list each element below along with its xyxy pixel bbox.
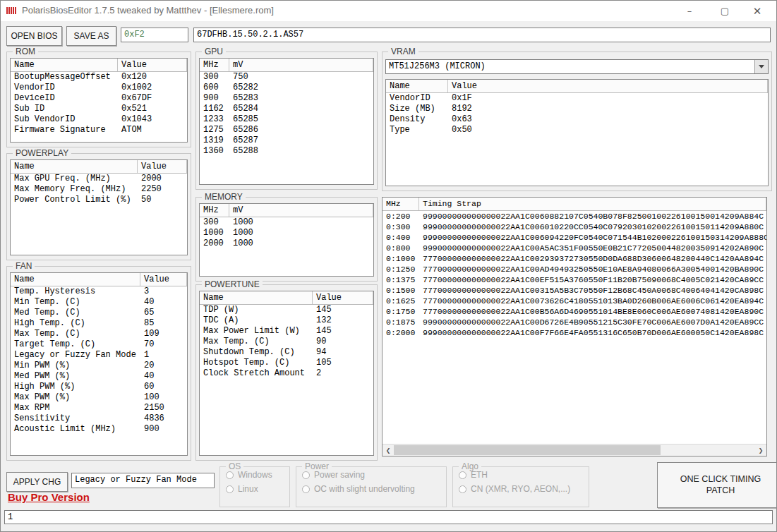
column-header[interactable]: Name <box>11 273 140 286</box>
powertune-row[interactable]: Max Temp. (C)90 <box>200 337 373 347</box>
maximize-button[interactable]: ▢ <box>709 1 741 21</box>
column-header[interactable]: Timing Strap <box>419 198 766 210</box>
gpu-state-row[interactable]: 90065283 <box>200 93 373 104</box>
horizontal-scrollbar[interactable]: ❮ ❯ <box>383 444 766 456</box>
timing-strap-row[interactable]: 0:1875999000000000000022AA1C00D6726E4B90… <box>383 317 766 327</box>
powertune-row[interactable]: Max Power Limit (W)145 <box>200 326 373 337</box>
minimize-button[interactable]: – <box>673 1 706 21</box>
fan-row[interactable]: Min PWM (%)20 <box>11 361 187 371</box>
powertune-row[interactable]: Hotspot Temp. (C)105 <box>200 358 373 368</box>
fan-row[interactable]: Max Temp. (C)109 <box>11 329 187 339</box>
timing-strap-row[interactable]: 0:1500777000000000000022AA1C00315A5B3C70… <box>383 285 766 296</box>
scroll-right-icon[interactable]: ❯ <box>755 445 766 456</box>
offset-field[interactable]: 0xF2 <box>121 28 188 42</box>
fan-mode-field[interactable]: Legacy or Fuzzy Fan Mode <box>71 473 215 488</box>
one-click-timing-patch-button[interactable]: ONE CLICK TIMING PATCH <box>657 462 777 508</box>
timing-strap-row[interactable]: 0:1375777000000000000022AA1C00EF515A3760… <box>383 274 766 285</box>
fan-row[interactable]: Sensitivity4836 <box>11 413 187 424</box>
fan-row[interactable]: Target Temp. (C)70 <box>11 339 187 350</box>
buy-pro-version-link[interactable]: Buy Pro Version <box>8 491 90 503</box>
column-header[interactable]: Value <box>313 291 373 304</box>
fan-row[interactable]: Max RPM2150 <box>11 403 187 413</box>
apply-chg-button[interactable]: APPLY CHG <box>6 472 68 492</box>
rom-row[interactable]: Sub VendorID0x1043 <box>11 114 187 125</box>
memory-state-row[interactable]: 10001000 <box>200 228 373 238</box>
timing-strap-row[interactable]: 0:1625777000000000000022AA1C0073626C4180… <box>383 296 766 306</box>
memory-state-row[interactable]: 3001000 <box>200 217 373 228</box>
save-as-button[interactable]: SAVE AS <box>66 26 116 46</box>
chevron-down-icon[interactable] <box>754 60 768 73</box>
radio-icon[interactable] <box>302 471 310 479</box>
timing-strap-row[interactable]: 0:1250777000000000000022AA1C00AD49493250… <box>383 264 766 274</box>
powerplay-row[interactable]: Max Memory Freq. (MHz)2250 <box>11 184 187 195</box>
vram-module-select[interactable]: MT51J256M3 (MICRON) <box>385 59 769 74</box>
fan-row[interactable]: High PWM (%)60 <box>11 382 187 392</box>
gpu-state-row[interactable]: 131965287 <box>200 135 373 146</box>
column-header[interactable]: mV <box>229 59 373 71</box>
radio-icon[interactable] <box>302 485 310 493</box>
fan-row[interactable]: Med Temp. (C)65 <box>11 308 187 318</box>
rom-row[interactable]: Firmware SignatureATOM <box>11 125 187 135</box>
column-header[interactable]: mV <box>229 204 373 217</box>
radio-icon[interactable] <box>226 485 234 493</box>
column-header[interactable]: Value <box>138 160 187 173</box>
gpu-state-row[interactable]: 136065288 <box>200 146 373 157</box>
fan-row[interactable]: High Temp. (C)85 <box>11 318 187 329</box>
scrollbar-thumb[interactable] <box>394 445 661 455</box>
rom-row[interactable]: BootupMessageOffset0x120 <box>11 72 187 83</box>
radio-icon[interactable] <box>459 485 466 493</box>
powertune-row[interactable]: Shutdown Temp. (C)94 <box>200 347 373 358</box>
powerplay-row[interactable]: Power Control Limit (%)50 <box>11 195 187 205</box>
fan-row[interactable]: Acoustic Limit (MHz)900 <box>11 424 187 435</box>
gpu-state-row[interactable]: 60065282 <box>200 83 373 93</box>
bios-name-field[interactable]: 67DFHB.15.50.2.1.AS57 <box>193 28 771 42</box>
timing-strap-row[interactable]: 0:400999000000000000022AA1C006094220FC05… <box>383 232 766 243</box>
rom-row[interactable]: DeviceID0x67DF <box>11 93 187 104</box>
radio-oc-undervolt[interactable]: OC with slight undervolting <box>302 483 446 495</box>
status-field[interactable]: 1 <box>4 510 773 524</box>
rom-row[interactable]: Sub ID0x521 <box>11 104 187 114</box>
timing-strap-row[interactable]: 0:1000777000000000000022AA1C002939372730… <box>383 253 766 264</box>
fan-row[interactable]: Min Temp. (C)40 <box>11 297 187 308</box>
column-header[interactable]: Name <box>11 160 138 173</box>
fan-row[interactable]: Temp. Hysteresis3 <box>11 286 187 297</box>
column-header[interactable]: MHz <box>200 204 229 217</box>
gpu-state-row[interactable]: 116265284 <box>200 104 373 114</box>
gpu-state-row[interactable]: 123365285 <box>200 114 373 125</box>
vram-row[interactable]: VendorID0x1F <box>386 93 768 104</box>
fan-row[interactable]: Legacy or Fuzzy Fan Mode1 <box>11 350 187 361</box>
column-header[interactable]: Name <box>386 80 448 92</box>
gpu-state-row[interactable]: 127565286 <box>200 125 373 135</box>
scroll-left-icon[interactable]: ❮ <box>383 445 394 456</box>
timing-strap-row[interactable]: 0:300999000000000000022AA1C006010220CC05… <box>383 222 766 232</box>
column-header[interactable]: Value <box>118 59 187 71</box>
column-header[interactable]: Value <box>140 273 187 286</box>
fan-row[interactable]: Med PWM (%)40 <box>11 371 187 382</box>
column-header[interactable]: MHz <box>200 59 229 71</box>
powertune-row[interactable]: TDP (W)145 <box>200 305 373 315</box>
column-header[interactable]: Name <box>200 291 313 304</box>
powerplay-row[interactable]: Max GPU Freq. (MHz)2000 <box>11 174 187 184</box>
column-header[interactable]: MHz <box>383 198 419 210</box>
vram-row[interactable]: Size (MB)8192 <box>386 104 768 114</box>
rom-row[interactable]: VendorID0x1002 <box>11 83 187 93</box>
radio-icon[interactable] <box>459 471 466 479</box>
column-header[interactable]: Value <box>448 80 768 92</box>
timing-strap-row[interactable]: 0:800999000000000000022AA1C00A5AC351F005… <box>383 243 766 253</box>
powertune-row[interactable]: Clock Stretch Amount2 <box>200 368 373 379</box>
close-button[interactable]: ✕ <box>741 1 773 21</box>
column-header[interactable]: Name <box>11 59 118 71</box>
powertune-row[interactable]: TDC (A)132 <box>200 315 373 326</box>
radio-icon[interactable] <box>226 471 234 479</box>
vram-row[interactable]: Density0x63 <box>386 114 768 125</box>
timing-strap-row[interactable]: 0:200999000000000000022AA1C0060882107C05… <box>383 211 766 222</box>
gpu-state-row[interactable]: 300750 <box>200 72 373 83</box>
radio-cn[interactable]: CN (XMR, RYO, AEON,...) <box>459 483 589 495</box>
timing-strap-row[interactable]: 0:1750777000000000000022AA1C00B56A6D4690… <box>383 306 766 317</box>
timing-strap-row[interactable]: 0:2000999000000000000022AA1C00F7F66E4FA0… <box>383 327 766 338</box>
memory-state-row[interactable]: 20001000 <box>200 238 373 249</box>
open-bios-button[interactable]: OPEN BIOS <box>6 26 62 46</box>
fan-row[interactable]: Max PWM (%)100 <box>11 392 187 403</box>
vram-row[interactable]: Type0x50 <box>386 125 768 135</box>
radio-linux[interactable]: Linux <box>226 483 289 495</box>
